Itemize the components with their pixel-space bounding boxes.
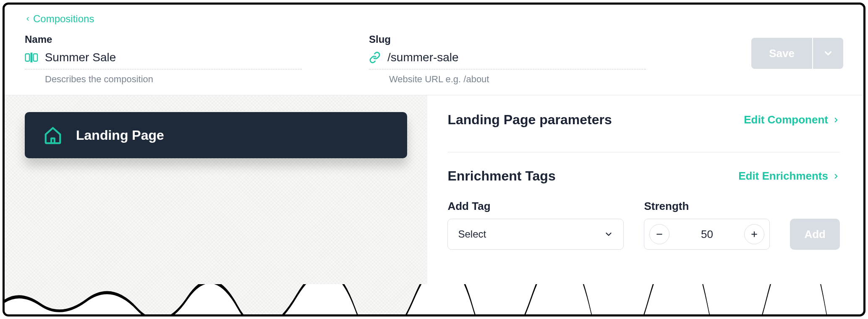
add-tag-label: Add Tag — [447, 200, 624, 213]
chevron-down-icon — [823, 48, 834, 59]
strength-label: Strength — [644, 200, 770, 213]
edit-component-link[interactable]: Edit Component — [744, 113, 840, 126]
add-tag-group: Add Tag Select — [447, 200, 624, 250]
name-field-group: Name Describes the composition — [25, 34, 302, 85]
slug-input[interactable] — [387, 50, 646, 65]
home-icon — [43, 126, 63, 145]
save-button-group: Save — [751, 38, 843, 69]
section-divider — [447, 152, 840, 152]
edit-enrichments-link[interactable]: Edit Enrichments — [738, 170, 840, 183]
name-helper: Describes the composition — [45, 74, 302, 85]
tag-select[interactable]: Select — [447, 219, 624, 250]
strength-decrement-button[interactable] — [649, 224, 669, 244]
name-input[interactable] — [44, 50, 302, 65]
chevron-left-icon — [25, 14, 31, 24]
name-label: Name — [25, 34, 302, 45]
tile-label: Landing Page — [76, 128, 164, 143]
canvas-panel: Landing Page — [5, 95, 427, 316]
tag-select-value: Select — [458, 228, 486, 240]
chevron-right-icon — [832, 115, 840, 125]
edit-enrichments-label: Edit Enrichments — [738, 170, 828, 183]
slug-field-group: Slug Website URL e.g. /about — [369, 34, 646, 85]
plus-icon — [750, 230, 758, 238]
edit-component-label: Edit Component — [744, 113, 828, 126]
properties-panel: Landing Page parameters Edit Component E… — [427, 95, 863, 316]
strength-group: Strength 50 — [644, 200, 770, 250]
slug-label: Slug — [369, 34, 646, 45]
save-button[interactable]: Save — [751, 38, 812, 69]
breadcrumb-compositions[interactable]: Compositions — [25, 13, 94, 25]
slug-helper: Website URL e.g. /about — [389, 74, 646, 85]
landing-page-tile[interactable]: Landing Page — [25, 112, 407, 158]
strength-value: 50 — [701, 228, 713, 241]
parameters-title: Landing Page parameters — [447, 112, 612, 128]
breadcrumb-label: Compositions — [33, 13, 94, 25]
enrichment-title: Enrichment Tags — [447, 168, 555, 184]
svg-rect-2 — [30, 52, 32, 63]
svg-rect-0 — [26, 54, 29, 61]
chevron-down-icon — [604, 230, 613, 239]
chevron-right-icon — [832, 171, 840, 181]
link-icon — [369, 51, 381, 64]
strength-stepper: 50 — [644, 219, 770, 250]
save-dropdown-button[interactable] — [813, 38, 843, 69]
composition-icon — [25, 51, 38, 64]
add-tag-button[interactable]: Add — [790, 219, 840, 250]
minus-icon — [655, 230, 664, 238]
svg-rect-1 — [34, 54, 37, 61]
strength-increment-button[interactable] — [744, 224, 764, 244]
